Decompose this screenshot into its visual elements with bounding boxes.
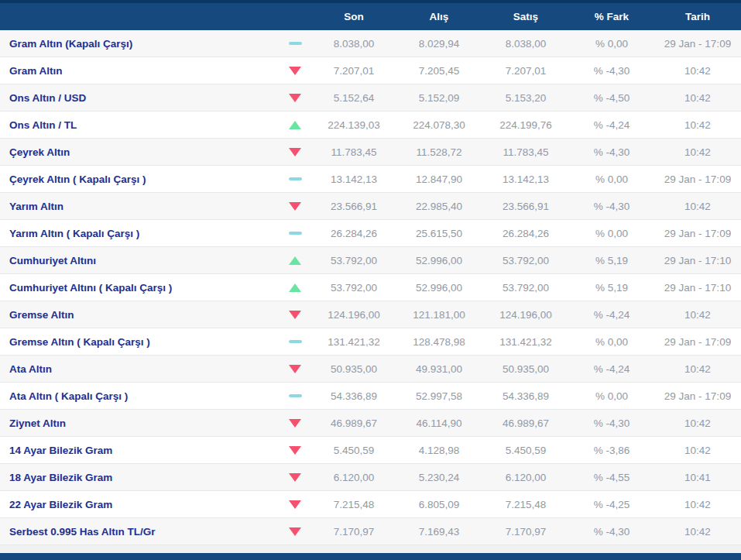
table-row[interactable]: Gram Altın (Kapalı Çarşı) 8.038,00 8.029…: [0, 30, 741, 57]
tarih-value: 10:42: [654, 146, 741, 158]
trend-down-icon: [289, 311, 301, 319]
satis-value: 7.215,48: [482, 499, 569, 510]
instrument-name-link[interactable]: Yarım Altın ( Kapalı Çarşı ): [0, 228, 278, 239]
trend-down-icon: [289, 500, 301, 509]
fark-value: % -4,50: [569, 92, 654, 104]
satis-value: 224.199,76: [482, 119, 569, 131]
table-row[interactable]: Cumhuriyet Altını ( Kapalı Çarşı ) 53.79…: [0, 274, 741, 301]
fark-value: % -4,30: [569, 65, 654, 77]
instrument-name-link[interactable]: Ons Altın / USD: [0, 92, 278, 104]
instrument-name-link[interactable]: Ziynet Altın: [0, 417, 278, 429]
fark-value: % -4,30: [569, 201, 654, 212]
instrument-name-link[interactable]: Serbest 0.995 Has Altın TL/Gr: [0, 526, 278, 538]
table-row[interactable]: Ons Altın / USD 5.152,64 5.152,09 5.153,…: [0, 84, 741, 112]
instrument-name-link[interactable]: Çeyrek Altın ( Kapalı Çarşı ): [0, 173, 278, 185]
fark-value: % -4,24: [569, 363, 654, 375]
gold-prices-page: Son Alış Satış % Fark Tarih Gram Altın (…: [0, 0, 741, 560]
alis-value: 121.181,00: [396, 309, 482, 321]
son-value: 54.336,89: [312, 390, 396, 402]
table-row[interactable]: Yarım Altın 23.566,91 22.985,40 23.566,9…: [0, 193, 741, 220]
satis-value: 131.421,32: [482, 336, 569, 348]
instrument-name-link[interactable]: Gremse Altın: [0, 309, 278, 321]
satis-value: 23.566,91: [482, 201, 569, 212]
trend-flat-icon: [289, 177, 302, 180]
satis-value: 26.284,26: [482, 228, 569, 239]
table-row[interactable]: Gremse Altın ( Kapalı Çarşı ) 131.421,32…: [0, 328, 741, 356]
table-header-row: Son Alış Satış % Fark Tarih: [0, 0, 741, 30]
trend-down-icon: [289, 419, 301, 428]
alis-value: 52.997,58: [396, 390, 482, 402]
son-value: 7.207,01: [312, 65, 396, 77]
son-value: 124.196,00: [312, 309, 396, 321]
alis-value: 7.205,45: [396, 65, 482, 77]
son-value: 6.120,00: [312, 472, 396, 483]
instrument-name-link[interactable]: 18 Ayar Bilezik Gram: [0, 472, 278, 483]
instrument-name-link[interactable]: Ons Altın / TL: [0, 119, 278, 131]
fark-value: % -3,86: [569, 445, 654, 456]
tarih-value: 10:42: [654, 92, 741, 104]
tarih-value: 29 Jan - 17:10: [654, 255, 741, 266]
tarih-value: 10:42: [654, 119, 741, 131]
instrument-name-link[interactable]: Cumhuriyet Altını ( Kapalı Çarşı ): [0, 282, 278, 294]
column-header-son[interactable]: Son: [312, 11, 396, 22]
table-row[interactable]: Çeyrek Altın ( Kapalı Çarşı ) 13.142,13 …: [0, 166, 741, 193]
table-row[interactable]: 18 Ayar Bilezik Gram 6.120,00 5.230,24 6…: [0, 464, 741, 491]
fark-value: % -4,25: [569, 499, 654, 510]
table-row[interactable]: 14 Ayar Bilezik Gram 5.450,59 4.128,98 5…: [0, 437, 741, 464]
instrument-name-link[interactable]: Cumhuriyet Altını: [0, 255, 278, 266]
tarih-value: 29 Jan - 17:09: [654, 390, 741, 402]
instrument-name-link[interactable]: 22 Ayar Bilezik Gram: [0, 499, 278, 510]
satis-value: 13.142,13: [482, 173, 569, 185]
fark-value: % 0,00: [569, 228, 654, 239]
table-row[interactable]: Ons Altın / TL 224.139,03 224.078,30 224…: [0, 112, 741, 139]
footer-spacer: [0, 545, 741, 553]
table-row[interactable]: Çeyrek Altın 11.783,45 11.528,72 11.783,…: [0, 139, 741, 166]
satis-value: 6.120,00: [482, 472, 569, 483]
table-row[interactable]: Gram Altın 7.207,01 7.205,45 7.207,01 % …: [0, 57, 741, 84]
table-row[interactable]: Ata Altın 50.935,00 49.931,00 50.935,00 …: [0, 356, 741, 383]
instrument-name-link[interactable]: Gram Altın: [0, 65, 278, 77]
trend-down-icon: [289, 202, 301, 211]
tarih-value: 10:42: [654, 499, 741, 510]
table-row[interactable]: Yarım Altın ( Kapalı Çarşı ) 26.284,26 2…: [0, 220, 741, 247]
trend-flat-icon: [289, 42, 302, 45]
son-value: 53.792,00: [312, 255, 396, 266]
instrument-name-link[interactable]: Ata Altın: [0, 363, 278, 375]
satis-value: 50.935,00: [482, 363, 569, 375]
table-row[interactable]: Ata Altın ( Kapalı Çarşı ) 54.336,89 52.…: [0, 383, 741, 410]
table-row[interactable]: Ziynet Altın 46.989,67 46.114,90 46.989,…: [0, 410, 741, 437]
alis-value: 6.805,09: [396, 499, 482, 510]
table-row[interactable]: Serbest 0.995 Has Altın TL/Gr 7.170,97 7…: [0, 518, 741, 545]
alis-value: 22.985,40: [396, 201, 482, 212]
table-row[interactable]: 22 Ayar Bilezik Gram 7.215,48 6.805,09 7…: [0, 491, 741, 518]
son-value: 5.450,59: [312, 445, 396, 456]
alis-value: 12.847,90: [396, 173, 482, 185]
instrument-name-link[interactable]: Gram Altın (Kapalı Çarşı): [0, 38, 278, 50]
satis-value: 124.196,00: [482, 309, 569, 321]
alis-value: 5.152,09: [396, 92, 482, 104]
alis-value: 7.169,43: [396, 526, 482, 538]
table-row[interactable]: Cumhuriyet Altını 53.792,00 52.996,00 53…: [0, 247, 741, 274]
column-header-alis[interactable]: Alış: [396, 11, 482, 22]
instrument-name-link[interactable]: Gremse Altın ( Kapalı Çarşı ): [0, 336, 278, 348]
footer-bar: [0, 553, 741, 560]
fark-value: % 0,00: [569, 336, 654, 348]
son-value: 13.142,13: [312, 173, 396, 185]
trend-down-icon: [289, 527, 301, 536]
column-header-tarih[interactable]: Tarih: [654, 11, 741, 22]
alis-value: 5.230,24: [396, 472, 482, 483]
instrument-name-link[interactable]: Yarım Altın: [0, 201, 278, 212]
instrument-name-link[interactable]: Çeyrek Altın: [0, 146, 278, 158]
trend-down-icon: [289, 67, 301, 75]
son-value: 224.139,03: [312, 119, 396, 131]
son-value: 53.792,00: [312, 282, 396, 294]
instrument-name-link[interactable]: Ata Altın ( Kapalı Çarşı ): [0, 390, 278, 402]
column-header-satis[interactable]: Satış: [482, 11, 569, 22]
table-row[interactable]: Gremse Altın 124.196,00 121.181,00 124.1…: [0, 301, 741, 328]
column-header-fark[interactable]: % Fark: [569, 11, 654, 22]
alis-value: 8.029,94: [396, 38, 482, 50]
instrument-name-link[interactable]: 14 Ayar Bilezik Gram: [0, 445, 278, 456]
satis-value: 5.153,20: [482, 92, 569, 104]
trend-flat-icon: [289, 340, 302, 343]
tarih-value: 10:42: [654, 363, 741, 375]
